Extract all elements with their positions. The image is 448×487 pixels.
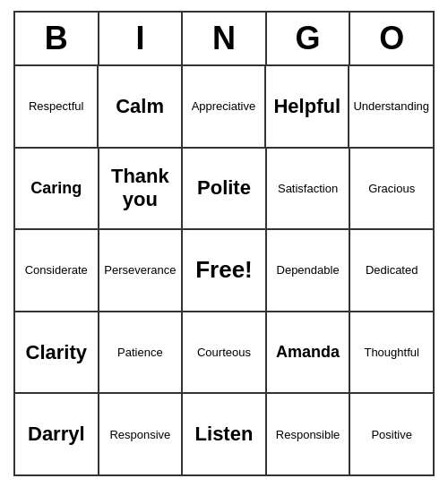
bingo-cell-0-4: Understanding bbox=[349, 66, 433, 147]
bingo-cell-0-3: Helpful bbox=[266, 66, 349, 147]
bingo-cell-2-4: Dedicated bbox=[350, 230, 433, 311]
bingo-cell-4-4: Positive bbox=[350, 394, 433, 474]
bingo-cell-4-0: Darryl bbox=[15, 394, 99, 474]
bingo-cell-0-0: Respectful bbox=[15, 66, 99, 147]
bingo-cell-3-3: Amanda bbox=[267, 312, 351, 393]
bingo-cell-4-2: Listen bbox=[183, 394, 267, 474]
bingo-row-4: DarrylResponsiveListenResponsiblePositiv… bbox=[15, 394, 433, 474]
bingo-cell-1-4: Gracious bbox=[350, 149, 433, 229]
bingo-body: RespectfulCalmAppreciativeHelpfulUnderst… bbox=[15, 66, 433, 474]
bingo-row-0: RespectfulCalmAppreciativeHelpfulUnderst… bbox=[15, 66, 433, 149]
bingo-cell-3-4: Thoughtful bbox=[350, 312, 433, 393]
bingo-cell-2-1: Perseverance bbox=[99, 230, 184, 311]
header-letter-o: O bbox=[350, 13, 433, 64]
bingo-cell-4-3: Responsible bbox=[267, 394, 351, 474]
bingo-cell-1-2: Polite bbox=[183, 149, 267, 229]
bingo-cell-1-0: Caring bbox=[15, 149, 99, 229]
bingo-cell-1-1: Thank you bbox=[99, 149, 184, 229]
bingo-card: BINGO RespectfulCalmAppreciativeHelpfulU… bbox=[13, 11, 435, 476]
header-letter-b: B bbox=[15, 13, 99, 64]
header-letter-n: N bbox=[183, 13, 267, 64]
bingo-row-3: ClarityPatienceCourteousAmandaThoughtful bbox=[15, 312, 433, 395]
bingo-cell-3-0: Clarity bbox=[15, 312, 99, 393]
bingo-row-1: CaringThank youPoliteSatisfactionGraciou… bbox=[15, 149, 433, 231]
header-letter-i: I bbox=[99, 13, 184, 64]
bingo-header: BINGO bbox=[15, 13, 433, 66]
bingo-cell-1-3: Satisfaction bbox=[267, 149, 351, 229]
header-letter-g: G bbox=[267, 13, 351, 64]
bingo-cell-2-2: Free! bbox=[183, 230, 267, 311]
bingo-cell-2-3: Dependable bbox=[267, 230, 351, 311]
bingo-cell-0-1: Calm bbox=[99, 66, 182, 147]
bingo-cell-4-1: Responsive bbox=[99, 394, 184, 474]
bingo-cell-2-0: Considerate bbox=[15, 230, 99, 311]
bingo-cell-3-2: Courteous bbox=[183, 312, 267, 393]
bingo-cell-0-2: Appreciative bbox=[183, 66, 266, 147]
bingo-row-2: ConsideratePerseveranceFree!DependableDe… bbox=[15, 230, 433, 312]
bingo-cell-3-1: Patience bbox=[99, 312, 184, 393]
